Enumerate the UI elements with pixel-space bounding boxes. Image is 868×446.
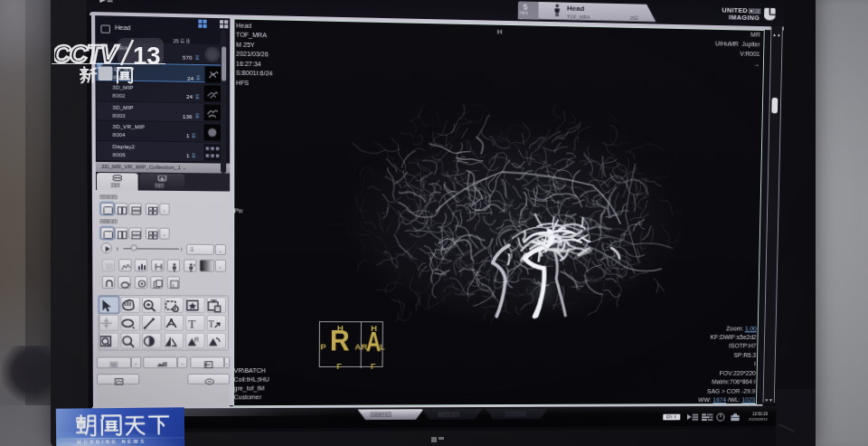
svg-text:T: T	[208, 318, 214, 328]
svg-text:R: R	[194, 336, 200, 344]
svg-text:T: T	[188, 318, 196, 330]
svg-text:t: t	[172, 281, 174, 288]
